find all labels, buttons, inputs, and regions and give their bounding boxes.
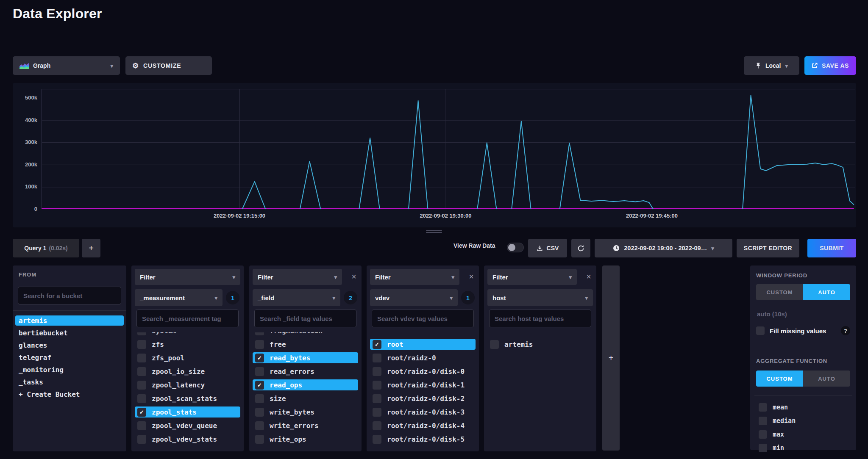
- tag-value-search-input[interactable]: [136, 310, 239, 327]
- tag-value-row[interactable]: fragmentation: [253, 332, 358, 336]
- add-query-button[interactable]: +: [82, 239, 100, 257]
- tag-value-row[interactable]: zpool_scan_stats: [135, 393, 240, 404]
- aggregate-custom-button[interactable]: CUSTOM: [756, 371, 803, 387]
- fill-missing-checkbox[interactable]: [756, 326, 765, 335]
- close-icon[interactable]: ×: [351, 272, 356, 281]
- bucket-item[interactable]: + Create Bucket: [15, 389, 124, 399]
- query-tab[interactable]: Query 1 (0.02s): [13, 239, 79, 257]
- tag-value-row[interactable]: zpool_latency: [135, 379, 240, 390]
- tag-value-row[interactable]: root/raidz-0/disk-4: [370, 420, 476, 431]
- checkbox[interactable]: ✓: [255, 381, 264, 390]
- chart-plot-area[interactable]: [42, 89, 855, 209]
- tag-key-dropdown[interactable]: vdev▾: [370, 289, 458, 306]
- tag-value-row[interactable]: write_ops: [253, 434, 358, 445]
- checkbox[interactable]: [759, 417, 767, 425]
- tag-value-row[interactable]: ✓zpool_stats: [135, 406, 240, 418]
- tag-value-row[interactable]: root/raidz-0/disk-5: [370, 434, 476, 445]
- checkbox[interactable]: [255, 340, 264, 349]
- checkbox[interactable]: [255, 394, 264, 403]
- close-icon[interactable]: ×: [586, 272, 591, 281]
- checkbox[interactable]: [373, 381, 381, 390]
- submit-button[interactable]: SUBMIT: [807, 239, 856, 257]
- tag-value-row[interactable]: ✓read_bytes: [253, 352, 358, 363]
- bucket-item[interactable]: telegraf: [15, 352, 124, 362]
- checkbox[interactable]: [373, 354, 381, 362]
- bucket-item[interactable]: _tasks: [15, 377, 124, 387]
- view-type-dropdown[interactable]: Graph ▾: [13, 56, 120, 75]
- tag-value-search-input[interactable]: [372, 310, 474, 327]
- bucket-item[interactable]: glances: [15, 340, 124, 350]
- checkbox[interactable]: ✓: [137, 408, 146, 417]
- checkbox[interactable]: [373, 394, 381, 403]
- tag-value-row[interactable]: root/raidz-0/disk-0: [370, 366, 476, 377]
- tag-key-dropdown[interactable]: _field▾: [253, 289, 340, 306]
- tag-value-row[interactable]: root/raidz-0: [370, 352, 476, 363]
- tag-value-row[interactable]: min: [756, 442, 850, 453]
- checkbox[interactable]: [137, 381, 146, 390]
- filter-type-dropdown[interactable]: Filter▾: [253, 269, 342, 285]
- checkbox[interactable]: [255, 332, 264, 335]
- fill-missing-values-row[interactable]: Fill missing values ?: [756, 326, 850, 336]
- close-icon[interactable]: ×: [469, 272, 474, 281]
- checkbox[interactable]: [759, 430, 767, 439]
- bucket-item[interactable]: _monitoring: [15, 365, 124, 375]
- tag-value-row[interactable]: max: [756, 429, 850, 440]
- checkbox[interactable]: [373, 421, 381, 430]
- tag-value-row[interactable]: free: [253, 339, 358, 350]
- checkbox[interactable]: [490, 340, 499, 349]
- checkbox[interactable]: [373, 408, 381, 417]
- checkbox[interactable]: [373, 435, 381, 444]
- tag-value-row[interactable]: artemis: [487, 339, 593, 350]
- window-auto-button[interactable]: AUTO: [803, 284, 850, 300]
- save-as-button[interactable]: SAVE AS: [804, 56, 856, 75]
- filter-type-dropdown[interactable]: Filter▾: [487, 269, 577, 285]
- tag-value-row[interactable]: root/raidz-0/disk-2: [370, 393, 476, 404]
- csv-download-button[interactable]: CSV: [528, 239, 567, 257]
- resize-handle[interactable]: [426, 230, 442, 234]
- tag-value-row[interactable]: write_bytes: [253, 406, 358, 418]
- tag-value-row[interactable]: median: [756, 415, 850, 426]
- checkbox[interactable]: [137, 367, 146, 376]
- script-editor-button[interactable]: SCRIPT EDITOR: [737, 239, 799, 257]
- tag-value-row[interactable]: zfs_pool: [135, 352, 240, 363]
- refresh-button[interactable]: [571, 239, 590, 257]
- filter-type-dropdown[interactable]: Filter▾: [370, 269, 459, 285]
- tag-value-row[interactable]: ✓root: [370, 339, 476, 350]
- tag-value-row[interactable]: zfs: [135, 339, 240, 350]
- bucket-item[interactable]: artemis: [15, 315, 124, 326]
- window-custom-button[interactable]: CUSTOM: [756, 284, 803, 300]
- checkbox[interactable]: [255, 435, 264, 444]
- checkbox[interactable]: ✓: [373, 340, 381, 349]
- local-dropdown[interactable]: Local ▾: [744, 56, 799, 75]
- checkbox[interactable]: [759, 444, 767, 452]
- tag-key-dropdown[interactable]: host▾: [487, 289, 593, 306]
- tag-value-search-input[interactable]: [254, 310, 356, 327]
- tag-value-row[interactable]: zpool_vdev_queue: [135, 420, 240, 431]
- add-filter-button[interactable]: +: [602, 265, 620, 451]
- tag-value-row[interactable]: root/raidz-0/disk-3: [370, 406, 476, 418]
- time-range-dropdown[interactable]: 2022-09-02 19:00 - 2022-09… ▾: [595, 239, 732, 257]
- checkbox[interactable]: [137, 340, 146, 349]
- tag-value-row[interactable]: zpool_vdev_stats: [135, 434, 240, 445]
- tag-value-row[interactable]: root/raidz-0/disk-1: [370, 379, 476, 390]
- checkbox[interactable]: [137, 421, 146, 430]
- bucket-item[interactable]: bertiebucket: [15, 328, 124, 338]
- checkbox[interactable]: [255, 367, 264, 376]
- aggregate-auto-button[interactable]: AUTO: [803, 371, 850, 387]
- checkbox[interactable]: [255, 421, 264, 430]
- tag-value-row[interactable]: read_errors: [253, 366, 358, 377]
- tag-value-row[interactable]: write_errors: [253, 420, 358, 431]
- checkbox[interactable]: [137, 394, 146, 403]
- tag-value-row[interactable]: system: [135, 332, 240, 336]
- view-raw-data-toggle[interactable]: [507, 243, 524, 252]
- tag-key-dropdown[interactable]: _measurement▾: [135, 289, 223, 306]
- checkbox[interactable]: [373, 367, 381, 376]
- checkbox[interactable]: ✓: [255, 354, 264, 362]
- filter-type-dropdown[interactable]: Filter▾: [135, 269, 240, 285]
- tag-value-row[interactable]: zpool_io_size: [135, 366, 240, 377]
- checkbox[interactable]: [759, 403, 767, 412]
- tag-value-search-input[interactable]: [489, 310, 591, 327]
- checkbox[interactable]: [137, 354, 146, 362]
- checkbox[interactable]: [255, 408, 264, 417]
- bucket-search-input[interactable]: [18, 287, 121, 304]
